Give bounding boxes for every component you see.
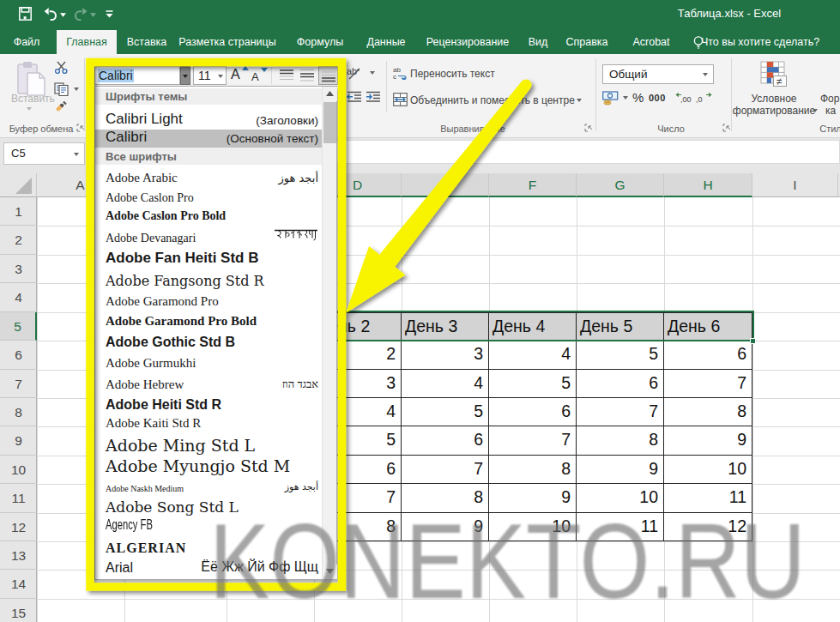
accounting-format-icon[interactable] xyxy=(602,90,619,106)
undo-icon[interactable] xyxy=(43,7,57,21)
decrease-indent-icon[interactable] xyxy=(347,91,362,105)
row-header-9[interactable]: 9 xyxy=(0,426,37,455)
redo-icon[interactable] xyxy=(74,7,88,21)
orientation-dropdown-icon[interactable] xyxy=(370,71,375,75)
font-list-item[interactable]: Calibri Light(Заголовки) xyxy=(95,105,322,130)
font-list-item[interactable]: Adobe Myungjo Std M xyxy=(95,456,322,477)
shrink-font-button[interactable]: A xyxy=(251,70,259,83)
orientation-icon[interactable]: ab xyxy=(347,64,367,82)
redo-dropdown-icon[interactable] xyxy=(90,13,96,17)
column-header-I[interactable]: I xyxy=(752,173,838,197)
tab-вставка[interactable]: Вставка xyxy=(127,30,166,54)
conditional-formatting-label-1[interactable]: Условное xyxy=(752,93,797,105)
scrollbar-thumb[interactable] xyxy=(323,102,336,143)
tab-acrobat[interactable]: Acrobat xyxy=(632,30,669,54)
tab-разметка-страницы[interactable]: Разметка страницы xyxy=(178,30,275,54)
font-list-item[interactable]: Calibri(Основной текст) xyxy=(95,130,322,148)
tab-главная[interactable]: Главная xyxy=(66,30,107,54)
table-cell-H9[interactable]: 9 xyxy=(664,426,752,455)
row-header-13[interactable]: 13 xyxy=(0,541,37,570)
table-cell-G10[interactable]: 9 xyxy=(577,456,664,484)
comma-style-button[interactable]: 000 xyxy=(649,93,666,103)
number-dialog-launcher-icon[interactable] xyxy=(722,124,731,132)
font-name-combobox[interactable]: Calibri xyxy=(94,66,180,85)
column-header-E[interactable]: E xyxy=(402,173,489,197)
font-size-combobox[interactable]: 11 xyxy=(193,66,227,85)
tab-рецензирование[interactable]: Рецензирование xyxy=(426,30,510,54)
conditional-formatting-dropdown-icon[interactable] xyxy=(813,109,818,112)
font-list-item[interactable]: Adobe Fangsong Std R xyxy=(95,269,322,291)
font-name-dropdown-button[interactable] xyxy=(180,66,190,85)
scroll-up-button[interactable] xyxy=(323,87,337,101)
row-header-7[interactable]: 7 xyxy=(0,370,37,398)
fill-handle[interactable] xyxy=(750,338,756,344)
table-cell-F8[interactable]: 6 xyxy=(489,398,577,426)
table-cell-E6[interactable]: 3 xyxy=(402,341,489,369)
format-as-table-label-2[interactable]: ка xyxy=(825,105,836,117)
font-list-item[interactable]: Adobe Hebrewאבגד הוז xyxy=(95,372,322,394)
name-box[interactable]: C5 xyxy=(3,142,85,165)
top-align-button[interactable] xyxy=(279,69,294,82)
alignment-dialog-launcher-icon[interactable] xyxy=(584,124,593,132)
row-header-11[interactable]: 11 xyxy=(0,484,37,512)
tell-me-search[interactable]: Что вы хотите сделать? xyxy=(701,30,819,54)
table-cell-H6[interactable]: 6 xyxy=(664,341,752,369)
format-as-table-label-1[interactable]: Фор xyxy=(820,93,839,105)
table-cell-G8[interactable]: 7 xyxy=(577,398,664,426)
font-list-item[interactable]: Adobe Caslon Pro xyxy=(95,187,322,207)
merge-center-label[interactable]: Объединить и поместить в центре xyxy=(410,94,575,106)
font-list-item[interactable]: Adobe Garamond Pro Bold xyxy=(95,311,322,330)
customize-quick-access-icon[interactable] xyxy=(106,10,113,18)
column-header-G[interactable]: G xyxy=(577,173,664,197)
format-painter-icon[interactable] xyxy=(54,100,69,114)
row-header-15[interactable]: 15 xyxy=(0,599,37,622)
table-cell-H7[interactable]: 7 xyxy=(664,370,752,398)
table-cell-F10[interactable]: 8 xyxy=(489,456,577,484)
table-cell-G7[interactable]: 6 xyxy=(577,370,664,398)
row-header-14[interactable]: 14 xyxy=(0,570,37,598)
row-header-1[interactable]: 1 xyxy=(0,197,37,226)
table-cell-E7[interactable]: 4 xyxy=(402,370,489,398)
font-list-item[interactable]: Adobe Devanagari xyxy=(95,225,322,247)
table-cell-G6[interactable]: 5 xyxy=(577,341,664,369)
font-list-item[interactable]: Adobe Gurmukhi xyxy=(95,352,322,372)
table-cell-H10[interactable]: 10 xyxy=(664,456,752,484)
font-list-item[interactable]: Adobe Gothic Std B xyxy=(95,330,322,352)
font-list-item[interactable]: Adobe Kaiti Std R xyxy=(95,414,322,432)
save-icon[interactable] xyxy=(19,7,32,21)
font-list-item[interactable]: Adobe Arabicأبجد هوز xyxy=(95,165,322,187)
font-list-item[interactable]: Adobe Fan Heiti Std B xyxy=(95,247,322,269)
paste-label[interactable]: Вставить xyxy=(11,93,55,105)
table-cell-E10[interactable]: 7 xyxy=(402,456,489,484)
row-header-2[interactable]: 2 xyxy=(0,226,37,254)
table-cell-F6[interactable]: 4 xyxy=(489,341,577,369)
wrap-text-label[interactable]: Переносить текст xyxy=(410,68,495,80)
row-header-10[interactable]: 10 xyxy=(0,456,37,484)
row-header-5[interactable]: 5 xyxy=(0,312,37,341)
merge-center-icon[interactable] xyxy=(393,93,408,106)
column-header-H[interactable]: H xyxy=(664,173,752,197)
conditional-formatting-icon[interactable]: ≠ xyxy=(760,61,789,95)
tab-справка[interactable]: Справка xyxy=(565,30,607,54)
font-list-item[interactable]: Adobe Caslon Pro Bold xyxy=(95,207,322,225)
font-size-dropdown-icon[interactable] xyxy=(218,75,223,78)
wrap-text-icon[interactable]: ab c xyxy=(393,66,407,80)
font-list-item[interactable]: Adobe Heiti Std R xyxy=(95,394,322,414)
table-cell-F7[interactable]: 5 xyxy=(489,370,577,398)
font-list-item[interactable]: Adobe Naskh Mediumأبجد هوز xyxy=(95,477,322,495)
row-header-8[interactable]: 8 xyxy=(0,398,37,426)
table-cell-G9[interactable]: 8 xyxy=(577,426,664,455)
table-cell-F9[interactable]: 7 xyxy=(489,426,577,455)
tab-формулы[interactable]: Формулы xyxy=(297,30,343,54)
conditional-formatting-label-2[interactable]: форматирование xyxy=(733,105,815,117)
number-format-dropdown-icon[interactable] xyxy=(703,73,708,76)
paste-icon[interactable] xyxy=(17,61,46,97)
name-box-dropdown-icon[interactable] xyxy=(74,153,79,156)
paste-dropdown-icon[interactable] xyxy=(27,107,32,111)
row-header-3[interactable]: 3 xyxy=(0,255,37,283)
increase-indent-icon[interactable] xyxy=(366,91,381,105)
undo-dropdown-icon[interactable] xyxy=(60,13,66,17)
font-list-item[interactable]: Adobe Ming Std L xyxy=(95,432,322,456)
tab-вид[interactable]: Вид xyxy=(529,30,548,54)
accounting-dropdown-icon[interactable] xyxy=(623,96,628,100)
